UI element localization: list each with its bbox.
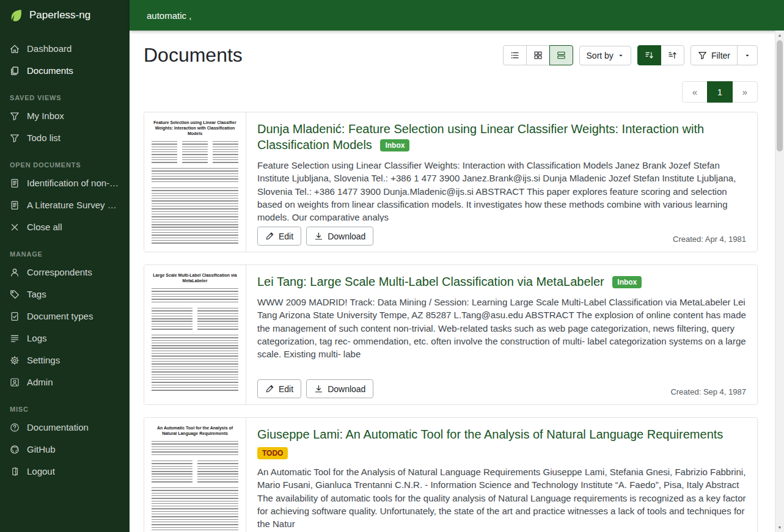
page-title: Documents: [144, 44, 243, 67]
app-brand[interactable]: Paperless-ng: [0, 0, 130, 31]
sidebar-item-close-all[interactable]: Close all: [0, 216, 130, 238]
sidebar-item-document-types[interactable]: Document types: [0, 305, 130, 327]
sidebar-item-settings[interactable]: Settings: [0, 349, 130, 371]
thumbnail-text-lines: [152, 141, 238, 163]
sidebar-item-label: Todo list: [27, 133, 60, 144]
files-icon: [10, 66, 20, 76]
scrollbar-thumb[interactable]: [777, 40, 783, 151]
sidebar-item-tags[interactable]: Tags: [0, 283, 130, 305]
card-footer: Edit Download: [257, 527, 746, 532]
edit-button[interactable]: Edit: [257, 227, 301, 246]
pagination-prev-button[interactable]: «: [682, 81, 708, 103]
sidebar-item-documents[interactable]: Documents: [0, 60, 130, 82]
funnel-icon: [698, 51, 707, 60]
document-thumbnail[interactable]: Large Scale Multi-Label Classification v…: [144, 265, 246, 404]
pagination-row: « 1 »: [144, 81, 758, 103]
view-table-button[interactable]: [503, 45, 527, 65]
main-column: Documents Sort by: [130, 0, 784, 532]
sidebar-item-documentation[interactable]: Documentation: [0, 417, 130, 439]
pencil-icon: [265, 231, 274, 241]
document-card: An Automatic Tool for the Analysis of Na…: [144, 417, 758, 532]
sort-by-button[interactable]: Sort by: [579, 46, 631, 65]
view-grid-button[interactable]: [526, 45, 550, 65]
pencil-icon: [265, 384, 274, 393]
sidebar-item-admin[interactable]: Admin: [0, 371, 130, 393]
sidebar-item-label: Identification of non-fu...: [27, 178, 120, 189]
download-icon: [314, 231, 323, 241]
thumbnail-title: An Automatic Tool for the Analysis of Na…: [152, 425, 238, 436]
document-title-link[interactable]: Dunja Mladenić: Feature Selection using …: [257, 122, 704, 151]
sort-ascending-button[interactable]: [661, 45, 684, 65]
document-card-body: Lei Tang: Large Scale Multi-Label Classi…: [246, 265, 757, 404]
sort-descending-button[interactable]: [637, 45, 661, 65]
sidebar-item-todo-list[interactable]: Todo list: [0, 127, 130, 149]
search-input[interactable]: [130, 10, 588, 21]
scrollbar-up-arrow[interactable]: ▲: [775, 31, 784, 40]
pagination: « 1 »: [682, 81, 758, 103]
edit-button[interactable]: Edit: [257, 379, 301, 398]
app-root: Paperless-ng Dashboard Documents SAVED V…: [0, 0, 784, 532]
document-thumbnail[interactable]: Feature Selection using Linear Classifie…: [144, 112, 246, 252]
sidebar-item-label: A Literature Survey on ...: [27, 200, 120, 211]
pagination-page-1-button[interactable]: 1: [707, 81, 733, 103]
document-title-link[interactable]: Giuseppe Lami: An Automatic Tool for the…: [257, 428, 723, 441]
thumbnail-title: Feature Selection using Linear Classifie…: [152, 120, 238, 136]
file-check-icon: [10, 312, 20, 321]
sidebar-item-label: Documentation: [27, 422, 89, 433]
document-excerpt: WWW 2009 MADRID! Track: Data Mining / Se…: [257, 296, 746, 374]
sidebar-nav: Dashboard Documents SAVED VIEWS My Inbox…: [0, 31, 130, 483]
sidebar-item-open-document-2[interactable]: A Literature Survey on ...: [0, 194, 130, 216]
document-card: Feature Selection using Linear Classifie…: [144, 112, 758, 252]
gear-icon: [10, 355, 20, 365]
details-view-icon: [557, 51, 566, 60]
scrollbar-down-arrow[interactable]: ▼: [775, 523, 784, 532]
sidebar-item-correspondents[interactable]: Correspondents: [0, 261, 130, 283]
list-view-icon: [510, 51, 519, 60]
person-badge-icon: [10, 377, 20, 387]
download-button[interactable]: Download: [306, 227, 373, 246]
tag-badge-inbox[interactable]: Inbox: [612, 276, 642, 288]
filter-split-button: Filter: [691, 45, 758, 65]
sidebar: Paperless-ng Dashboard Documents SAVED V…: [0, 0, 130, 532]
document-title: Lei Tang: Large Scale Multi-Label Classi…: [257, 274, 746, 290]
sidebar-item-dashboard[interactable]: Dashboard: [0, 38, 130, 60]
download-icon: [314, 384, 323, 393]
thumbnail-text-lines: [152, 308, 238, 330]
sidebar-heading-manage: MANAGE: [0, 238, 130, 261]
document-title-link[interactable]: Lei Tang: Large Scale Multi-Label Classi…: [257, 275, 604, 288]
document-excerpt: Feature Selection using Linear Classifie…: [257, 159, 746, 222]
sidebar-item-label: Logs: [27, 333, 47, 344]
document-card-body: Dunja Mladenić: Feature Selection using …: [246, 112, 757, 252]
sidebar-item-github[interactable]: GitHub: [0, 439, 130, 461]
document-thumbnail[interactable]: An Automatic Tool for the Analysis of Na…: [144, 418, 246, 532]
document-list: Feature Selection using Linear Classifie…: [144, 112, 758, 532]
paperless-logo-icon: [9, 8, 23, 23]
sidebar-item-logout[interactable]: Logout: [0, 461, 130, 483]
sidebar-item-logs[interactable]: Logs: [0, 327, 130, 349]
document-card: Large Scale Multi-Label Classification v…: [144, 264, 758, 405]
door-icon: [10, 467, 20, 476]
download-button[interactable]: Download: [306, 379, 373, 398]
vertical-scrollbar[interactable]: ▲ ▼: [775, 31, 784, 532]
card-actions: Edit Download: [257, 227, 378, 246]
document-title: Giuseppe Lami: An Automatic Tool for the…: [257, 426, 746, 442]
filter-dropdown-button[interactable]: [737, 45, 758, 65]
sidebar-heading-saved-views: SAVED VIEWS: [0, 82, 130, 105]
content-header: Documents Sort by: [144, 44, 758, 67]
sidebar-item-label: Admin: [27, 377, 53, 388]
created-date: Created: Sep 4, 1987: [670, 387, 746, 398]
created-date: Created: Apr 4, 1981: [673, 235, 746, 246]
view-details-button[interactable]: [549, 45, 573, 65]
sidebar-item-my-inbox[interactable]: My Inbox: [0, 105, 130, 127]
sort-ascending-icon: [668, 51, 677, 60]
tag-badge-inbox[interactable]: Inbox: [380, 139, 409, 151]
file-text-icon: [10, 200, 20, 210]
sidebar-item-label: Documents: [27, 65, 73, 76]
github-icon: [10, 445, 20, 454]
sidebar-item-open-document-1[interactable]: Identification of non-fu...: [0, 172, 130, 194]
pagination-next-button[interactable]: »: [732, 81, 758, 103]
filter-label: Filter: [711, 51, 730, 60]
tag-badge-todo[interactable]: TODO: [257, 447, 288, 459]
thumbnail-title: Large Scale Multi-Label Classification v…: [152, 272, 238, 283]
filter-button[interactable]: Filter: [691, 45, 738, 65]
